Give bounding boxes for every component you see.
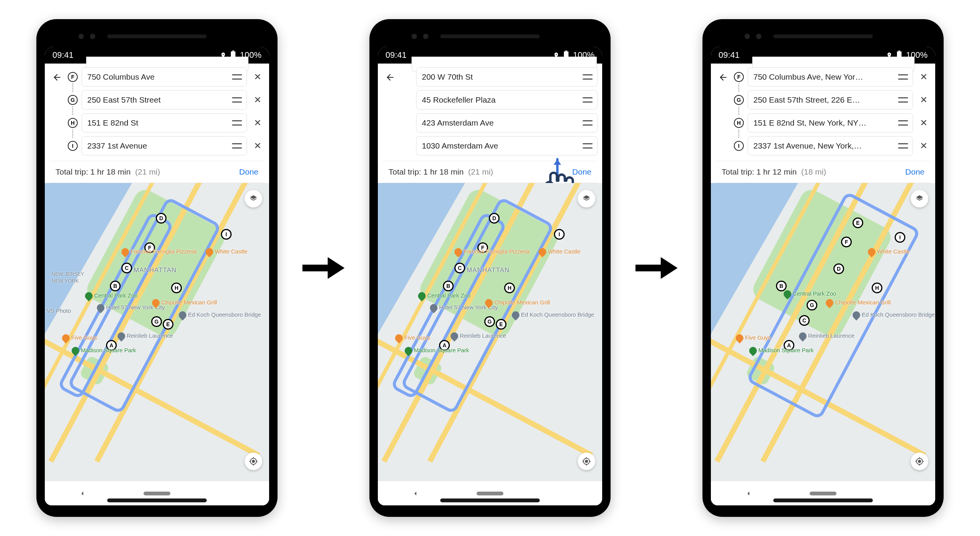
locate-button[interactable] — [911, 453, 928, 470]
stop-input[interactable]: 250 East 57th Street, 226 E… — [748, 90, 913, 109]
map-pin[interactable]: H — [171, 283, 182, 293]
nav-back-button[interactable] — [400, 487, 431, 500]
map-pin[interactable]: G — [151, 316, 162, 327]
stop-marker: I — [734, 141, 744, 151]
nav-recent-button[interactable] — [882, 487, 913, 500]
nav-recent-button[interactable] — [549, 487, 580, 500]
drag-handle-icon[interactable] — [583, 120, 593, 126]
stop-input[interactable]: 2337 1st Avenue, New York,… — [748, 136, 913, 155]
map-pin[interactable]: C — [454, 263, 465, 273]
poi-label: Chipotle Mexican Grill — [152, 299, 217, 307]
remove-stop-button[interactable]: ✕ — [917, 93, 931, 107]
remove-stop-button[interactable]: ✕ — [251, 93, 265, 107]
map-pin[interactable]: I — [554, 229, 565, 240]
remove-stop-button[interactable]: ✕ — [251, 139, 265, 153]
back-button[interactable] — [382, 70, 398, 85]
layers-icon — [915, 194, 924, 203]
map-pin[interactable]: B — [110, 281, 121, 291]
map-pin[interactable]: G — [484, 316, 495, 327]
drag-handle-icon[interactable] — [583, 97, 593, 103]
android-navbar — [711, 481, 935, 505]
layers-icon — [582, 194, 591, 203]
map-pin[interactable]: E — [163, 319, 173, 330]
stop-input[interactable]: 750 Columbus Ave, New Yor… — [748, 67, 913, 87]
stop-input[interactable]: 250 East 57th Street — [82, 90, 247, 109]
map-pin[interactable]: E — [496, 319, 506, 330]
locate-button[interactable] — [245, 453, 262, 470]
map-pin[interactable]: I — [895, 232, 905, 243]
remove-stop-button[interactable]: ✕ — [917, 116, 931, 130]
nav-home-button[interactable] — [808, 487, 838, 500]
stop-row: H 151 E 82nd St ✕ — [68, 113, 265, 132]
poi-label: MANHATTAN — [134, 266, 176, 274]
map-pin[interactable]: B — [776, 281, 787, 291]
poi-label: Five Guys — [395, 334, 430, 342]
nav-home-button[interactable] — [475, 487, 505, 500]
back-button[interactable] — [49, 70, 65, 85]
trip-summary-text: Total trip: 1 hr 18 min (21 mi) — [389, 167, 493, 176]
poi-label: White Castle — [206, 248, 247, 256]
layers-button[interactable] — [578, 190, 595, 208]
done-button[interactable]: Done — [239, 167, 258, 176]
remove-stop-button[interactable]: ✕ — [251, 70, 265, 84]
map-pin[interactable]: H — [872, 283, 882, 293]
map-pin[interactable]: C — [799, 315, 810, 326]
map-view[interactable]: E I F D B H G C A White Castle Central P… — [711, 183, 935, 481]
back-button[interactable] — [715, 70, 731, 85]
drag-handle-icon[interactable] — [898, 74, 908, 80]
stop-row: F 750 Columbus Ave, New Yor… ✕ — [734, 67, 931, 87]
remove-stop-button[interactable]: ✕ — [917, 70, 931, 84]
nav-back-button[interactable] — [67, 487, 98, 500]
map-view[interactable]: D I F C B H G E A Famous Famiglia Pizzer… — [45, 183, 269, 481]
stop-input[interactable]: 151 E 82nd St, New York, NY… — [748, 113, 913, 132]
status-time: 09:41 — [719, 50, 740, 60]
stop-row: 1030 Amsterdam Ave — [415, 136, 598, 155]
region-label: NEW JERSEY — [52, 271, 84, 277]
drag-handle-icon[interactable] — [583, 143, 593, 149]
screen: 09:41 100% 200 W 70th St — [378, 47, 602, 505]
arrow-left-icon — [718, 72, 728, 82]
map-pin[interactable]: E — [853, 217, 863, 228]
drag-handle-icon[interactable] — [898, 97, 908, 103]
locate-button[interactable] — [578, 453, 595, 470]
layers-button[interactable] — [911, 190, 928, 208]
stop-input[interactable]: 200 W 70th St — [416, 67, 598, 87]
stop-row: F 750 Columbus Ave ✕ — [68, 67, 265, 87]
nav-home-button[interactable] — [142, 487, 172, 500]
stop-input[interactable]: 45 Rockefeller Plaza — [416, 90, 598, 109]
nav-recent-button[interactable] — [216, 487, 247, 500]
map-pin[interactable]: D — [833, 263, 844, 274]
done-button[interactable]: Done — [905, 167, 924, 176]
status-time: 09:41 — [52, 50, 74, 60]
nav-back-button[interactable] — [733, 487, 764, 500]
map-pin[interactable]: D — [156, 213, 167, 224]
chevron-left-icon — [78, 490, 86, 497]
drag-handle-icon[interactable] — [232, 143, 242, 149]
map-pin[interactable]: G — [807, 300, 817, 310]
remove-stop-button[interactable]: ✕ — [917, 139, 931, 153]
drag-handle-icon[interactable] — [232, 74, 242, 80]
map-pin[interactable]: H — [504, 283, 515, 293]
drag-handle-icon[interactable] — [232, 97, 242, 103]
poi-label: Chipotle Mexican Grill — [826, 299, 891, 307]
stop-input[interactable]: 151 E 82nd St — [82, 113, 247, 132]
map-pin[interactable]: C — [121, 263, 132, 273]
remove-stop-button[interactable]: ✕ — [251, 116, 265, 130]
layers-button[interactable] — [245, 190, 262, 208]
drag-handle-icon[interactable] — [898, 143, 908, 149]
drag-handle-icon[interactable] — [898, 120, 908, 126]
map-pin[interactable]: F — [841, 237, 852, 247]
svg-rect-9 — [898, 51, 900, 51]
drag-handle-icon[interactable] — [583, 74, 593, 80]
stop-input[interactable]: 750 Columbus Ave — [82, 67, 247, 87]
map-pin[interactable]: I — [221, 229, 232, 240]
arrow-right-icon — [302, 255, 345, 281]
stop-input[interactable]: 2337 1st Avenue — [82, 136, 247, 155]
map-view[interactable]: D I F C B H G E A Famous Famiglia Pizzer… — [378, 183, 602, 481]
stop-input[interactable]: 1030 Amsterdam Ave — [416, 136, 598, 155]
map-pin[interactable]: B — [443, 281, 454, 291]
stop-input[interactable]: 423 Amsterdam Ave — [416, 113, 598, 132]
drag-handle-icon[interactable] — [232, 120, 242, 126]
done-button[interactable]: Done — [572, 167, 591, 176]
map-pin[interactable]: D — [489, 213, 500, 224]
